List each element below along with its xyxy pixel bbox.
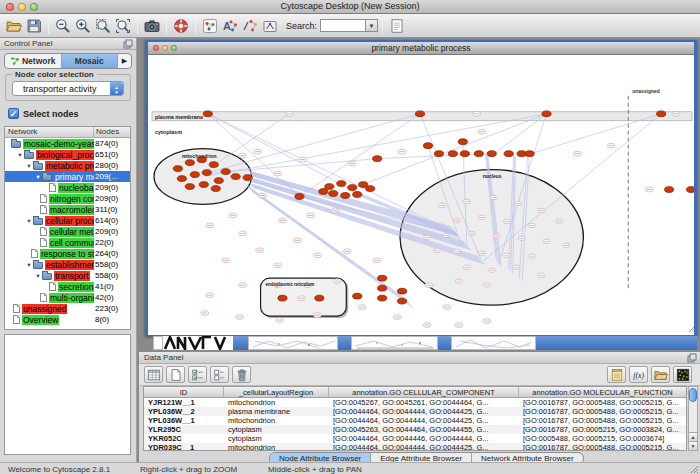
table-row[interactable]: YKR052Ccytoplasm[GO:0044464, GO:0044446,… — [144, 434, 686, 443]
graph-node[interactable] — [202, 170, 211, 176]
tree-row[interactable]: response to stimulu264(0) — [5, 248, 130, 259]
tab-mosaic[interactable]: Mosaic — [62, 54, 119, 68]
graph-node[interactable] — [665, 187, 674, 193]
dropdown-stepper-icon[interactable]: ▲▼ — [110, 82, 123, 95]
zoom-fit-button[interactable] — [113, 16, 133, 36]
expand-arrow-icon[interactable]: ▼ — [25, 218, 33, 224]
graph-node[interactable] — [373, 156, 382, 162]
network-canvas[interactable]: plasma membranecytoplasmmitochondrionnuc… — [148, 55, 694, 335]
graph-node[interactable] — [423, 143, 432, 149]
layout-b-button[interactable] — [240, 16, 260, 36]
checkbox-icon[interactable]: ✓ — [8, 108, 19, 119]
unselect-attributes-button[interactable] — [210, 366, 229, 383]
graph-node[interactable] — [397, 298, 406, 304]
graph-node[interactable] — [348, 185, 357, 191]
delete-attribute-button[interactable] — [232, 366, 251, 383]
graph-node[interactable] — [315, 295, 324, 301]
graph-node[interactable] — [434, 151, 443, 157]
select-attributes-button[interactable] — [188, 366, 207, 383]
search-input[interactable] — [320, 19, 366, 32]
graph-node[interactable] — [474, 151, 483, 157]
float-panel-icon[interactable] — [123, 39, 133, 49]
tree-row[interactable]: nucleobase-cont209(0) — [5, 182, 130, 193]
graph-node[interactable] — [177, 176, 186, 182]
table-row[interactable]: YPL036W__1mitochondrion[GO:0044464, GO:0… — [144, 416, 686, 425]
zoom-in-button[interactable] — [73, 16, 93, 36]
graph-node[interactable] — [185, 184, 194, 190]
tree-row[interactable]: multi-organism pro42(0) — [5, 292, 130, 303]
table-row[interactable]: YLR295Ccytoplasm[GO:0045263, GO:0044464,… — [144, 425, 686, 434]
graph-node[interactable] — [378, 275, 387, 281]
tree-col-network[interactable]: Network — [5, 127, 94, 137]
graph-node[interactable] — [190, 172, 199, 178]
tree-row[interactable]: ▼primary metabolic209(... — [5, 171, 130, 182]
graph-node[interactable] — [209, 162, 218, 168]
tree-col-nodes[interactable]: Nodes — [94, 127, 130, 137]
table-scrollbar[interactable]: ▲ ▼ — [688, 386, 698, 451]
graph-node[interactable] — [415, 111, 424, 117]
tree-row[interactable]: ▼establishment of lo558(0) — [5, 259, 130, 270]
tree-row[interactable]: nitrogen compou209(0) — [5, 193, 130, 204]
graph-node[interactable] — [487, 151, 496, 157]
tree-row[interactable]: Overview8(0) — [5, 314, 130, 325]
tree-row[interactable]: unassigned223(0) — [5, 303, 130, 314]
column-header[interactable]: annotation.GO CELLULAR_COMPONENT — [329, 387, 519, 397]
table-row[interactable]: YPL036W__2plasma membrane[GO:0044464, GO… — [144, 407, 686, 416]
expand-arrow-icon[interactable]: ▼ — [25, 262, 33, 268]
tree-row[interactable]: secretion41(0) — [5, 281, 130, 292]
graph-node[interactable] — [337, 181, 346, 187]
graph-node[interactable] — [231, 174, 240, 180]
graph-node[interactable] — [221, 169, 230, 175]
graph-node[interactable] — [458, 139, 467, 145]
graph-node[interactable] — [542, 111, 551, 117]
enhanced-search-button[interactable] — [387, 16, 407, 36]
graph-node[interactable] — [295, 194, 304, 200]
graph-node[interactable] — [185, 160, 194, 166]
graph-node[interactable] — [525, 151, 534, 157]
tree-row[interactable]: cell communicat22(0) — [5, 237, 130, 248]
expand-arrow-icon[interactable]: ▼ — [16, 152, 24, 158]
column-header[interactable]: _cellularLayoutRegion — [224, 387, 329, 397]
network-overview-button[interactable] — [200, 16, 220, 36]
graph-node[interactable] — [353, 192, 362, 198]
attribute-table-button[interactable] — [144, 366, 163, 383]
scroll-up-icon[interactable]: ▲ — [689, 432, 697, 441]
network-window[interactable]: primary metabolic process plasma membran… — [145, 40, 697, 336]
select-nodes-checkbox[interactable]: ✓ Select nodes — [8, 108, 79, 119]
network-window-titlebar[interactable]: primary metabolic process — [148, 42, 694, 55]
graph-node[interactable] — [504, 151, 513, 157]
graph-node[interactable] — [460, 151, 469, 157]
vizmapper-button[interactable] — [260, 16, 280, 36]
attribute-matrix-button[interactable] — [673, 366, 692, 383]
graph-node[interactable] — [243, 175, 252, 181]
graph-node[interactable] — [448, 151, 457, 157]
tree-row[interactable]: ▼transport558(0) — [5, 270, 130, 281]
graph-node[interactable] — [378, 285, 387, 291]
graph-node[interactable] — [686, 187, 694, 193]
tab-network[interactable]: Network — [5, 54, 62, 68]
graph-node[interactable] — [397, 288, 406, 294]
import-attributes-button[interactable] — [651, 366, 670, 383]
graph-node[interactable] — [278, 295, 287, 301]
expand-arrow-icon[interactable]: ▼ — [34, 273, 42, 279]
zoom-out-button[interactable] — [53, 16, 73, 36]
scrollbar-thumb[interactable] — [689, 388, 697, 402]
graph-node[interactable] — [173, 166, 182, 172]
save-button[interactable] — [24, 16, 44, 36]
function-builder-button[interactable]: f(x) — [629, 366, 648, 383]
tree-row[interactable]: ▼metabolic process280(0) — [5, 160, 130, 171]
node-color-dropdown[interactable]: transporter activity ▲▼ — [12, 81, 124, 96]
open-button[interactable] — [4, 16, 24, 36]
graph-node[interactable] — [214, 178, 223, 184]
attribute-notes-button[interactable] — [607, 366, 626, 383]
resize-grip[interactable] — [690, 465, 699, 474]
graph-node[interactable] — [657, 111, 666, 117]
new-attribute-button[interactable] — [166, 366, 185, 383]
float-panel-icon[interactable] — [687, 353, 697, 363]
tree-row[interactable]: ▼biological_process651(0) — [5, 149, 130, 160]
search-dropdown-button[interactable]: ▼ — [366, 19, 378, 32]
graph-node[interactable] — [211, 186, 220, 192]
birdseye-view[interactable] — [4, 334, 131, 455]
tab-overflow-button[interactable]: ▶ — [118, 54, 131, 68]
graph-node[interactable] — [325, 184, 334, 190]
